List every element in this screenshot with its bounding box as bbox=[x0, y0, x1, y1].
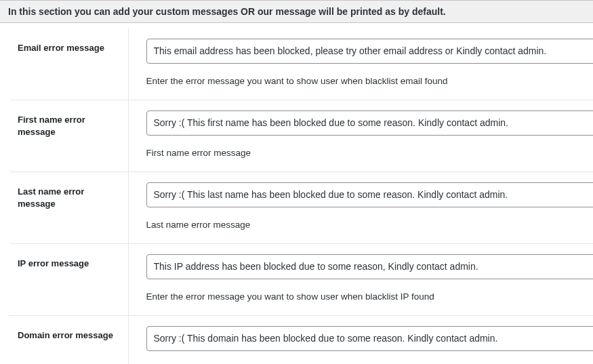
field-row-ip: IP error message Enter the error message… bbox=[9, 244, 593, 316]
field-cell-email: Enter the error message you want to show… bbox=[128, 28, 593, 100]
last-name-error-message-input[interactable] bbox=[146, 182, 594, 207]
field-cell-ip: Enter the error message you want to show… bbox=[128, 244, 593, 316]
ip-error-message-input[interactable] bbox=[146, 254, 594, 279]
settings-form-table: Email error message Enter the error mess… bbox=[9, 28, 593, 364]
first-name-error-message-input[interactable] bbox=[146, 110, 594, 136]
email-error-message-input[interactable] bbox=[146, 39, 594, 64]
field-label-first-name: First name error message bbox=[9, 100, 128, 172]
field-label-email: Email error message bbox=[9, 28, 128, 100]
field-row-domain: Domain error message bbox=[9, 316, 593, 365]
field-label-ip: IP error message bbox=[9, 244, 128, 316]
field-row-last-name: Last name error message Last name error … bbox=[9, 172, 593, 244]
field-cell-first-name: First name error message bbox=[128, 100, 593, 172]
field-row-email: Email error message Enter the error mess… bbox=[9, 28, 593, 100]
field-row-first-name: First name error message First name erro… bbox=[9, 100, 593, 172]
field-cell-domain bbox=[128, 316, 593, 365]
field-label-last-name: Last name error message bbox=[9, 172, 128, 244]
section-header: In this section you can add your custom … bbox=[0, 0, 593, 23]
field-description-first-name: First name error message bbox=[146, 148, 594, 158]
field-description-email: Enter the error message you want to show… bbox=[146, 76, 594, 86]
domain-error-message-input[interactable] bbox=[146, 326, 594, 351]
field-label-domain: Domain error message bbox=[9, 316, 128, 365]
field-cell-last-name: Last name error message bbox=[128, 172, 593, 244]
field-description-last-name: Last name error message bbox=[146, 220, 594, 230]
field-description-ip: Enter the error message you want to show… bbox=[146, 291, 594, 302]
